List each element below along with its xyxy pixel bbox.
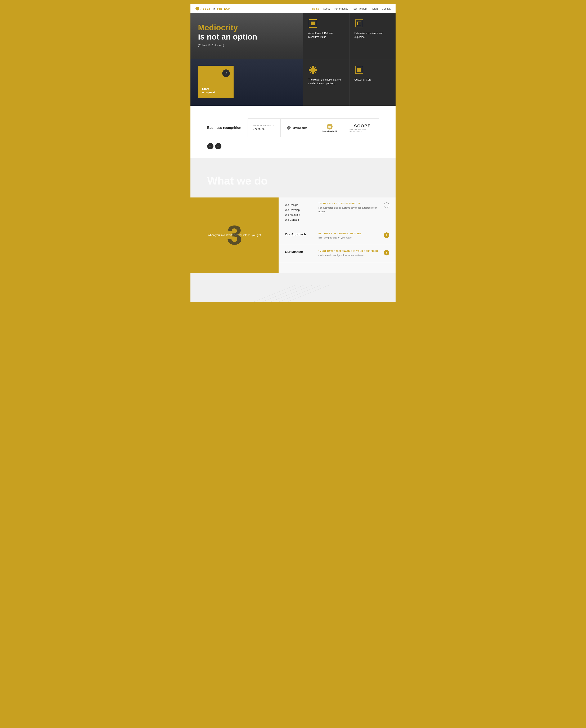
nav-link-performance[interactable]: Performance <box>334 7 348 10</box>
metatrader-logo-container: MT MetaTrader 5 <box>323 123 337 133</box>
logo-scope: SCOPE building business relationships <box>346 119 379 137</box>
carousel-prev-button[interactable]: ← <box>207 143 213 149</box>
accordion-center-2: BECAUSE RISK CONTROL MATTERS all in one … <box>318 232 380 240</box>
accordion-desc-3: custom made intelligent investment softw… <box>318 254 380 257</box>
square-nested-icon <box>355 65 364 75</box>
nav-links: Home About Performance Test Program Team… <box>312 7 390 10</box>
carousel-next-button[interactable]: → <box>215 143 222 149</box>
whatwedo-section: What we do When you invest with Asset Fi… <box>190 158 396 285</box>
accordion-item-2: Our Approach BECAUSE RISK CONTROL MATTER… <box>279 227 396 245</box>
accordion-label-3: Our Mission <box>285 250 314 254</box>
hero-title-gold: Mediocrity <box>198 23 296 32</box>
mathworks-text: MathWorks <box>292 126 307 129</box>
recognition-title: Business recognition <box>207 126 241 130</box>
accordion-label-text-2: Our Approach <box>285 232 314 236</box>
hero-card-2: Extensive experience and expertise <box>350 13 396 59</box>
accordion-desc-1: For automated trading systems developed … <box>318 206 380 213</box>
recognition-inner: Business recognition GLOBAL MARKETS equi… <box>207 119 379 137</box>
svg-line-11 <box>253 285 295 302</box>
logo-text: ASSET ⚙ FINTECH <box>201 7 230 10</box>
hero-right: Asset Fintech Delivers Measures Value Ex… <box>303 13 396 106</box>
svg-line-14 <box>278 285 320 302</box>
whatwedo-title: What we do <box>190 175 396 187</box>
hero-section: Mediocrity is not an option (Robert M. C… <box>190 13 396 106</box>
svg-rect-0 <box>355 20 363 27</box>
whatwedo-left-panel: When you invest with Asset Fintech, you … <box>190 198 279 273</box>
recognition-section: Business recognition GLOBAL MARKETS equi… <box>190 106 396 158</box>
card-text-2: Extensive experience and expertise <box>355 31 391 39</box>
recognition-label: Business recognition <box>207 126 241 130</box>
equiti-name: equiti <box>253 126 266 132</box>
svg-text:MT: MT <box>328 126 331 128</box>
accordion-item-1: We DesignWe DevelopWe MaintainWe Consult… <box>279 198 396 227</box>
accordion-item-3: Our Mission "MUST HAVE" ALTERNATIVE IN Y… <box>279 245 396 263</box>
nav-link-about[interactable]: About <box>323 7 330 10</box>
card-icon-3 <box>308 65 317 75</box>
nav-item-team[interactable]: Team <box>372 7 378 10</box>
card-text-4: Customer Care <box>355 78 391 82</box>
equiti-logo-container: GLOBAL MARKETS equiti <box>253 124 275 132</box>
accordion-label-text-3: Our Mission <box>285 250 314 254</box>
logo-mathworks: MathWorks <box>280 119 313 137</box>
hero-cta-box[interactable]: ↗ Starta request <box>198 66 234 98</box>
mathworks-icon <box>286 125 291 130</box>
accordion-tag-1: TECHNICALLY CODED STRATEGIES <box>318 203 380 205</box>
hero-card-3: The bigger the challenge, the smaller th… <box>303 59 350 106</box>
hero-card-4: Customer Care <box>350 59 396 106</box>
accordion-services-text: We DesignWe DevelopWe MaintainWe Consult <box>285 203 314 222</box>
square-outline-icon <box>355 19 364 28</box>
accordion-toggle-3[interactable]: + <box>384 250 389 255</box>
hero-card-1: Asset Fintech Delivers Measures Value <box>303 13 350 59</box>
hero-title-white: is not an option <box>198 32 296 42</box>
svg-rect-8 <box>357 68 361 72</box>
hero-content: Mediocrity is not an option (Robert M. C… <box>190 13 303 53</box>
cta-arrow-button[interactable]: ↗ <box>222 70 230 77</box>
big-number: 3 <box>227 222 242 249</box>
accordion-toggle-1[interactable]: − <box>384 203 389 208</box>
mathworks-logo-container: MathWorks <box>286 125 307 130</box>
square-icon <box>309 19 317 28</box>
nav-item-testprogram[interactable]: Test Program <box>352 7 367 10</box>
accordion-label-1: We DesignWe DevelopWe MaintainWe Consult <box>285 203 314 222</box>
accordion-center-1: TECHNICALLY CODED STRATEGIES For automat… <box>318 203 380 213</box>
accordion-label-2: Our Approach <box>285 232 314 236</box>
carousel-controls: ← → <box>207 143 379 149</box>
nav-link-contact[interactable]: Contact <box>382 7 390 10</box>
accordion-desc-2: all in one package for your return <box>318 236 380 240</box>
svg-line-12 <box>262 285 303 302</box>
nav-link-home[interactable]: Home <box>312 7 319 10</box>
hero-subtitle: (Robert M. Chiusano) <box>198 44 296 47</box>
diagonal-section <box>190 285 396 302</box>
metatrader-text: MetaTrader 5 <box>323 130 337 133</box>
logo-icon <box>196 7 199 10</box>
scope-tagline: building business relationships <box>350 128 375 132</box>
card-icon-1 <box>308 19 317 28</box>
svg-line-15 <box>287 285 329 302</box>
main-nav: Home About Performance Test Program Team… <box>312 7 390 10</box>
accordion-toggle-2[interactable]: + <box>384 232 389 238</box>
svg-rect-1 <box>357 22 361 25</box>
nav-item-contact[interactable]: Contact <box>382 7 390 10</box>
metatrader-icon: MT <box>326 123 333 130</box>
star-burst-icon <box>308 65 317 75</box>
accordion-tag-3: "MUST HAVE" ALTERNATIVE IN YOUR PORTFOLI… <box>318 250 380 252</box>
nav-item-performance[interactable]: Performance <box>334 7 348 10</box>
card-icon-4 <box>355 65 364 75</box>
accordion-center-3: "MUST HAVE" ALTERNATIVE IN YOUR PORTFOLI… <box>318 250 380 257</box>
hero-left: Mediocrity is not an option (Robert M. C… <box>190 13 303 106</box>
scope-name: SCOPE <box>354 124 371 128</box>
card-text-3: The bigger the challenge, the smaller th… <box>308 78 344 85</box>
card-icon-2 <box>355 19 364 28</box>
diagonal-lines-svg <box>190 285 396 302</box>
scope-logo-container: SCOPE building business relationships <box>350 124 375 132</box>
nav-item-about[interactable]: About <box>323 7 330 10</box>
nav-item-home[interactable]: Home <box>312 7 319 10</box>
navbar: ASSET ⚙ FINTECH Home About Performance T… <box>190 4 396 13</box>
logo-equiti: GLOBAL MARKETS equiti <box>248 119 280 137</box>
whatwedo-accordion: We DesignWe DevelopWe MaintainWe Consult… <box>279 198 396 273</box>
svg-line-13 <box>270 285 312 302</box>
nav-link-testprogram[interactable]: Test Program <box>352 7 367 10</box>
whatwedo-content: When you invest with Asset Fintech, you … <box>190 198 396 273</box>
site-logo: ASSET ⚙ FINTECH <box>196 7 230 10</box>
nav-link-team[interactable]: Team <box>372 7 378 10</box>
